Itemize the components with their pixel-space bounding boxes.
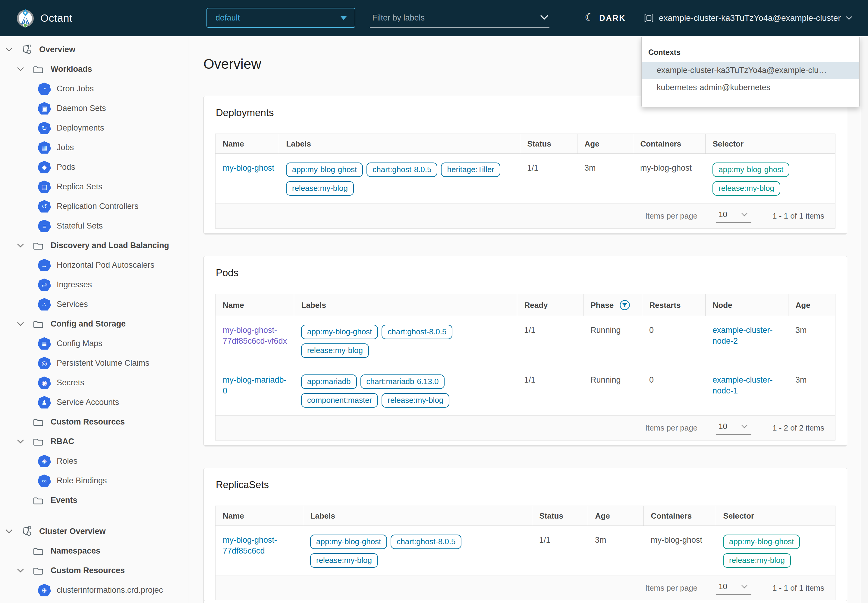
sidebar-item-label: Role Bindings — [57, 476, 107, 485]
sidebar-item-horizontal-pod-autoscalers[interactable]: ↔Horizontal Pod Autoscalers — [0, 255, 188, 275]
sidebar-item-clusterinformations-crd-projec[interactable]: ⊕clusterinformations.crd.projec — [0, 580, 188, 600]
context-option[interactable]: example-cluster-ka3TuTzYo4a@example-clu… — [642, 62, 859, 79]
node-link[interactable]: example-cluster-node-2 — [712, 326, 773, 346]
label-tag[interactable]: chart:ghost-8.0.5 — [366, 162, 437, 177]
sidebar-item-role-bindings[interactable]: ∞Role Bindings — [0, 471, 188, 490]
sidebar-item-cron-jobs[interactable]: ◔Cron Jobs — [0, 79, 188, 99]
resource-link[interactable]: my-blog-mariadb-0 — [223, 376, 287, 395]
label-tag[interactable]: app:mariadb — [301, 374, 357, 389]
label-tag[interactable]: chart:ghost-8.0.5 — [381, 325, 453, 339]
node-link[interactable]: example-cluster-node-1 — [712, 376, 773, 395]
cell-node: example-cluster-node-1 — [705, 366, 788, 416]
selector-tag[interactable]: app:my-blog-ghost — [723, 535, 800, 549]
selector-tag[interactable]: release:my-blog — [723, 553, 791, 568]
context-selector[interactable]: example-cluster-ka3TuTzYo4a@example-clus… — [644, 0, 853, 36]
chevron-down-icon — [741, 584, 748, 589]
sidebar-item-daemon-sets[interactable]: ▣Daemon Sets — [0, 99, 188, 118]
context-option[interactable]: kubernetes-admin@kubernetes — [642, 79, 859, 96]
sidebar-item-deployments[interactable]: ↻Deployments — [0, 118, 188, 138]
chevron-down-icon[interactable] — [17, 568, 24, 573]
sidebar-item-secrets[interactable]: ◉Secrets — [0, 373, 188, 393]
sidebar-item-services[interactable]: ∴Services — [0, 295, 188, 314]
crd-icon: ⊕ — [38, 584, 51, 597]
resource-link[interactable]: my-blog-ghost-77df85c6cd — [223, 535, 277, 555]
column-header-age: Age — [577, 134, 633, 154]
chevron-down-icon — [741, 213, 748, 217]
contexts-dropdown-title: Contexts — [642, 43, 859, 62]
sidebar-item-events[interactable]: Events — [0, 490, 188, 510]
folder-icon — [33, 241, 44, 250]
label-filter-input[interactable]: Filter by labels — [370, 9, 550, 28]
folder-icon — [33, 320, 44, 329]
card-partial — [204, 600, 847, 603]
sidebar-item-custom-resources[interactable]: Custom Resources — [0, 412, 188, 432]
sidebar-item-jobs[interactable]: ▦Jobs — [0, 138, 188, 158]
sidebar-item-namespaces[interactable]: Namespaces — [0, 541, 188, 561]
sidebar-item-replica-sets[interactable]: ▤Replica Sets — [0, 177, 188, 196]
page-size-select[interactable]: 10 — [716, 581, 751, 595]
resource-link[interactable]: my-blog-ghost — [223, 164, 274, 172]
namespace-select[interactable]: default — [207, 8, 355, 28]
sidebar-item-cluster-overview[interactable]: Cluster Overview — [0, 522, 188, 541]
applications-icon — [21, 526, 33, 538]
cell-age: 3m — [588, 526, 644, 575]
label-tag[interactable]: release:my-blog — [381, 393, 449, 408]
octant-logo-icon — [15, 5, 35, 31]
sidebar-item-csidrivers-csi-storage-k8s-io[interactable]: ⊕csidrivers.csi.storage.k8s.io — [0, 600, 188, 603]
label-tag[interactable]: chart:mariadb-6.13.0 — [360, 374, 445, 389]
sidebar-item-ingresses[interactable]: ⇄Ingresses — [0, 275, 188, 295]
sidebar-item-discovery-and-load-balancing[interactable]: Discovery and Load Balancing — [0, 236, 188, 255]
scrollbar-gutter[interactable] — [861, 36, 868, 603]
label-tag[interactable]: release:my-blog — [286, 181, 354, 196]
theme-toggle[interactable]: ☾ DARK — [585, 0, 626, 36]
sidebar-item-label: Jobs — [57, 143, 74, 152]
chevron-down-icon[interactable] — [17, 67, 24, 71]
chevron-down-icon[interactable] — [5, 47, 13, 52]
label-tag[interactable]: app:my-blog-ghost — [310, 535, 387, 549]
sidebar-item-config-and-storage[interactable]: Config and Storage — [0, 314, 188, 334]
label-tag[interactable]: heritage:Tiller — [441, 162, 500, 177]
moon-icon: ☾ — [585, 12, 594, 23]
table-row: my-blog-ghostapp:my-blog-ghostchart:ghos… — [216, 154, 835, 204]
sidebar-item-label: Replica Sets — [57, 182, 102, 192]
sidebar-item-rbac[interactable]: RBAC — [0, 432, 188, 451]
phase-filter-icon[interactable] — [619, 299, 630, 311]
chevron-down-icon[interactable] — [540, 14, 549, 20]
sidebar-item-custom-resources[interactable]: Custom Resources — [0, 561, 188, 580]
selector-tag[interactable]: app:my-blog-ghost — [712, 162, 789, 177]
cell-value: 1/1 — [524, 376, 536, 384]
table-row: my-blog-mariadb-0app:mariadbchart:mariad… — [216, 366, 835, 416]
chevron-down-icon[interactable] — [5, 529, 13, 533]
page-size-select[interactable]: 10 — [716, 209, 751, 223]
sidebar-item-label: clusterinformations.crd.projec — [57, 586, 163, 595]
column-header-label: Age — [795, 301, 811, 310]
label-tag[interactable]: app:my-blog-ghost — [286, 162, 363, 177]
sidebar-item-roles[interactable]: ◈Roles — [0, 451, 188, 471]
label-tag[interactable]: release:my-blog — [310, 553, 378, 568]
chevron-down-icon[interactable] — [17, 322, 24, 326]
resource-link[interactable]: my-blog-ghost-77df85c6cd-vf6dx — [223, 326, 287, 346]
sidebar-item-pods[interactable]: ◆Pods — [0, 158, 188, 177]
selector-list: app:my-blog-ghostrelease:my-blog — [712, 162, 831, 196]
sidebar-item-replication-controllers[interactable]: ↺Replication Controllers — [0, 196, 188, 216]
sidebar-item-service-accounts[interactable]: ♟Service Accounts — [0, 393, 188, 412]
chevron-down-icon[interactable] — [17, 439, 24, 444]
selector-tag[interactable]: release:my-blog — [712, 181, 780, 196]
sidebar-item-stateful-sets[interactable]: ≡Stateful Sets — [0, 216, 188, 236]
sidebar-item-config-maps[interactable]: ≣Config Maps — [0, 334, 188, 353]
sidebar-item-label: Secrets — [57, 378, 84, 387]
sidebar-item-workloads[interactable]: Workloads — [0, 59, 188, 79]
label-tag[interactable]: component:master — [301, 393, 378, 408]
sidebar-item-persistent-volume-claims[interactable]: ◎Persistent Volume Claims — [0, 353, 188, 373]
sidebar-item-label: Deployments — [57, 123, 104, 133]
sidebar-item-overview[interactable]: Overview — [0, 40, 188, 59]
page-size-value: 10 — [718, 582, 727, 591]
theme-toggle-label: DARK — [599, 14, 626, 23]
page-size-select[interactable]: 10 — [716, 421, 751, 435]
chevron-down-icon[interactable] — [17, 243, 24, 248]
label-tag[interactable]: release:my-blog — [301, 343, 369, 358]
cell-age: 3m — [577, 154, 633, 204]
column-header-labels: Labels — [294, 294, 517, 316]
label-tag[interactable]: chart:ghost-8.0.5 — [391, 535, 462, 549]
label-tag[interactable]: app:my-blog-ghost — [301, 325, 378, 339]
